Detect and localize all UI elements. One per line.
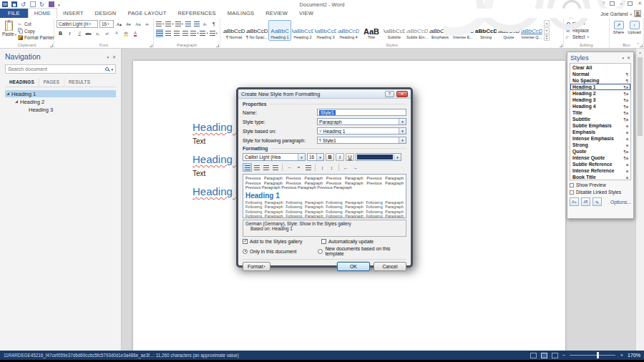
new-style-button[interactable]: [570, 197, 579, 206]
chevron-down-icon[interactable]: [394, 154, 401, 160]
style-list-item[interactable]: Clear All: [570, 64, 630, 71]
align-left-button[interactable]: [156, 29, 163, 37]
italic-button[interactable]: [66, 29, 74, 37]
web-layout-icon[interactable]: [552, 353, 558, 358]
style-list-item[interactable]: Intense Quote ¶a: [570, 155, 630, 161]
styles-pane-close-icon[interactable]: [627, 55, 630, 60]
font-dialog-launcher-icon[interactable]: [150, 44, 152, 47]
zoom-slider[interactable]: [570, 355, 615, 356]
chevron-down-icon[interactable]: [316, 154, 323, 160]
show-paragraph-marks-button[interactable]: [210, 20, 218, 28]
numbering-button[interactable]: [165, 20, 173, 28]
dialog-close-icon[interactable]: [396, 91, 408, 97]
ribbon-tab[interactable]: HOME: [28, 8, 57, 19]
style-based-on-dropdown[interactable]: Heading 1: [317, 127, 406, 134]
style-list-item[interactable]: Heading 1 ¶a: [570, 84, 630, 90]
text-effects-button[interactable]: [112, 29, 120, 37]
multilevel-list-button[interactable]: [175, 20, 183, 28]
style-following-dropdown[interactable]: Style1: [317, 137, 406, 144]
clear-formatting-button[interactable]: [143, 20, 151, 28]
bullets-button[interactable]: [156, 20, 164, 28]
box-dialog-launcher-icon[interactable]: [640, 44, 643, 47]
borders-button[interactable]: [210, 29, 218, 37]
style-list-item[interactable]: Heading 4 ¶a: [570, 103, 630, 109]
superscript-button[interactable]: [103, 29, 111, 37]
sort-button[interactable]: [202, 20, 209, 28]
gallery-scroll-up-icon[interactable]: [544, 20, 550, 26]
save-icon[interactable]: [11, 1, 17, 7]
heading-tree-item[interactable]: Heading 3: [22, 106, 116, 113]
heading-tree-item[interactable]: Heading 1: [5, 90, 116, 97]
paragraph-dialog-launcher-icon[interactable]: [216, 44, 219, 47]
font-name-combo[interactable]: Calibri Light (H: [57, 20, 98, 28]
format-button[interactable]: Format: [243, 262, 270, 271]
style-gallery-item[interactable]: AaBbCcD Heading 3: [314, 20, 337, 41]
collapse-ribbon-icon[interactable]: [637, 42, 639, 47]
style-gallery-item[interactable]: AaBbCcDc Subtle Em...: [406, 20, 429, 41]
dialog-justify-button[interactable]: [270, 163, 280, 172]
zoom-level[interactable]: 170%: [628, 353, 640, 358]
redo-icon[interactable]: [39, 1, 45, 7]
styles-options-link[interactable]: Options...: [610, 200, 631, 205]
style-gallery-item[interactable]: AaBbCcD Heading 2: [291, 20, 314, 41]
style-gallery-item[interactable]: AaBbC Heading 1: [268, 20, 291, 41]
dialog-font-name-combo[interactable]: Calibri Light (Hea: [243, 153, 306, 161]
ribbon-tab[interactable]: VIEW: [293, 9, 319, 18]
only-this-document-radio[interactable]: Only in this document: [243, 249, 318, 254]
navigation-pane-menu-icon[interactable]: [107, 54, 109, 59]
disable-linked-styles-checkbox[interactable]: Disable Linked Styles: [570, 190, 631, 195]
dialog-underline-button[interactable]: [346, 153, 354, 161]
style-list-item[interactable]: Subtle Emphasis a: [570, 122, 630, 129]
style-list-item[interactable]: Heading 3 ¶a: [570, 97, 630, 103]
minimize-icon[interactable]: [620, 1, 623, 6]
dialog-increase-space-button[interactable]: [318, 163, 327, 172]
dialog-align-center-button[interactable]: [252, 163, 261, 172]
ribbon-display-options-icon[interactable]: [610, 1, 615, 6]
ribbon-tab[interactable]: FILE: [0, 9, 28, 18]
ok-button[interactable]: OK: [337, 262, 370, 271]
change-case-button[interactable]: [134, 20, 142, 28]
close-icon[interactable]: [638, 1, 642, 6]
style-list-item[interactable]: Title ¶a: [570, 109, 630, 116]
style-gallery-item[interactable]: AaB Title: [360, 20, 383, 41]
search-box[interactable]: [5, 64, 116, 74]
dialog-decrease-space-button[interactable]: [327, 163, 336, 172]
dialog-align-left-button[interactable]: [243, 163, 252, 172]
zoom-slider-thumb[interactable]: [597, 352, 599, 358]
new-documents-radio[interactable]: New documents based on this template: [318, 246, 406, 256]
upload-button[interactable]: Upload: [628, 21, 641, 34]
shading-button[interactable]: [200, 29, 208, 37]
ribbon-tab[interactable]: INSERT: [57, 9, 89, 18]
collapse-triangle-icon[interactable]: [15, 100, 18, 103]
undo-icon[interactable]: [21, 1, 26, 7]
dialog-double-spacing-button[interactable]: [303, 163, 313, 172]
search-icon[interactable]: [105, 67, 109, 71]
chevron-down-icon[interactable]: [399, 128, 406, 134]
zoom-in-icon[interactable]: [620, 352, 623, 358]
dialog-font-color-dropdown[interactable]: [356, 153, 401, 161]
align-center-button[interactable]: [165, 29, 172, 37]
style-list-item[interactable]: Intense Reference a: [570, 167, 630, 174]
find-button[interactable]: Find: [566, 21, 607, 26]
restore-icon[interactable]: [628, 1, 633, 6]
dialog-title-bar[interactable]: Create New Style from Formatting: [238, 89, 411, 99]
heading-tree-item[interactable]: Heading 2: [14, 98, 116, 105]
dialog-1-5-spacing-button[interactable]: [294, 163, 303, 172]
shrink-font-button[interactable]: [125, 20, 132, 28]
help-icon[interactable]: [602, 1, 605, 6]
font-size-combo[interactable]: 16: [99, 20, 114, 28]
style-gallery-item[interactable]: AaBbCcDc Intense Q...: [520, 20, 543, 41]
zoom-out-icon[interactable]: [562, 352, 566, 358]
style-list-item[interactable]: Emphasis a: [570, 129, 630, 135]
collapse-triangle-icon[interactable]: [6, 92, 9, 95]
copy-button[interactable]: Copy: [18, 28, 54, 34]
justify-button[interactable]: [182, 29, 189, 37]
style-list-item[interactable]: Subtle Reference a: [570, 161, 630, 167]
style-gallery-item[interactable]: AaBbCcDc Emphasis: [429, 20, 452, 41]
style-list-item[interactable]: Strong a: [570, 142, 630, 148]
increase-indent-button[interactable]: [193, 20, 200, 28]
style-gallery-item[interactable]: AaBbCcDc Quote: [497, 20, 520, 41]
show-preview-checkbox[interactable]: Show Preview: [570, 182, 631, 187]
cut-button[interactable]: Cut: [18, 21, 54, 26]
select-button[interactable]: Select: [566, 34, 607, 39]
